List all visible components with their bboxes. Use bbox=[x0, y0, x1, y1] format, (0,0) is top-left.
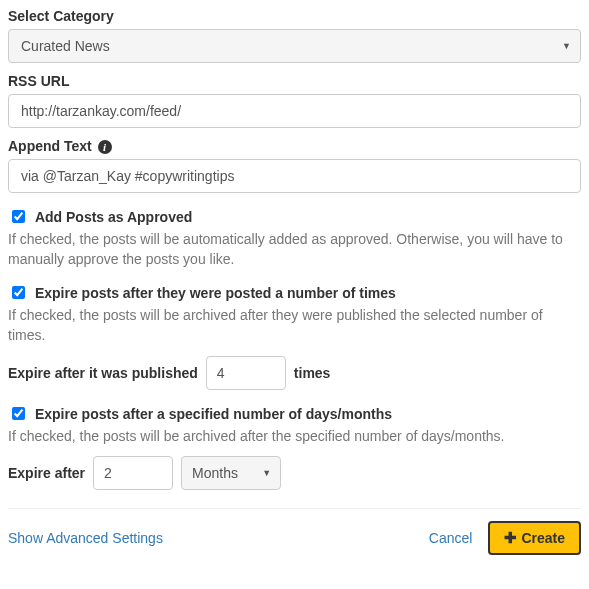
append-text-input[interactable] bbox=[8, 159, 581, 193]
show-advanced-link[interactable]: Show Advanced Settings bbox=[8, 530, 163, 546]
divider bbox=[8, 508, 581, 509]
append-text-label: Append Text i bbox=[8, 138, 581, 154]
plus-icon: ✚ bbox=[504, 529, 517, 547]
info-icon[interactable]: i bbox=[98, 140, 112, 154]
rss-url-input[interactable] bbox=[8, 94, 581, 128]
create-button[interactable]: ✚ Create bbox=[488, 521, 581, 555]
cancel-link[interactable]: Cancel bbox=[429, 530, 473, 546]
expire-times-help: If checked, the posts will be archived a… bbox=[8, 306, 581, 345]
expire-times-prefix: Expire after it was published bbox=[8, 365, 198, 381]
category-label: Select Category bbox=[8, 8, 581, 24]
expire-duration-prefix: Expire after bbox=[8, 465, 85, 481]
expire-times-label: Expire posts after they were posted a nu… bbox=[35, 285, 396, 301]
category-select[interactable]: Curated News bbox=[8, 29, 581, 63]
approved-checkbox[interactable] bbox=[12, 210, 25, 223]
expire-duration-checkbox[interactable] bbox=[12, 407, 25, 420]
expire-duration-label: Expire posts after a specified number of… bbox=[35, 405, 392, 421]
approved-label: Add Posts as Approved bbox=[35, 209, 192, 225]
create-button-label: Create bbox=[521, 530, 565, 546]
rss-url-label: RSS URL bbox=[8, 73, 581, 89]
expire-times-input[interactable] bbox=[206, 356, 286, 390]
approved-help: If checked, the posts will be automatica… bbox=[8, 230, 581, 269]
expire-duration-help: If checked, the posts will be archived a… bbox=[8, 427, 581, 447]
expire-times-checkbox[interactable] bbox=[12, 286, 25, 299]
expire-duration-unit-select[interactable]: Months bbox=[181, 456, 281, 490]
expire-times-suffix: times bbox=[294, 365, 331, 381]
expire-duration-input[interactable] bbox=[93, 456, 173, 490]
